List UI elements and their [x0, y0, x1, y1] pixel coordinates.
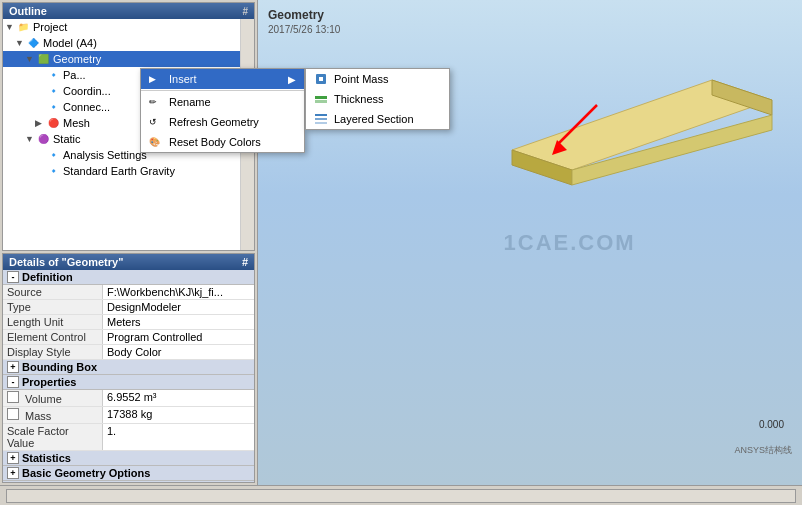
section-definition[interactable]: - Definition — [3, 270, 254, 285]
analysis-icon: 🔹 — [45, 148, 61, 162]
tree-arrow-project[interactable]: ▼ — [5, 22, 15, 32]
tree-label-connec: Connec... — [63, 101, 110, 113]
menu-label-rename: Rename — [169, 96, 211, 108]
prop-value-source[interactable]: F:\Workbench\KJ\kj_fi... — [103, 285, 254, 299]
menu-label-insert: Insert — [169, 73, 197, 85]
geometry-icon: 🟩 — [35, 52, 51, 66]
red-arrow-indicator — [547, 100, 607, 160]
context-menu: ▶ Insert ▶ ✏ Rename ↺ Refresh Geometry 🎨… — [140, 68, 305, 153]
tree-item-geometry[interactable]: ▼ 🟩 Geometry — [3, 51, 240, 67]
coordin-icon: 🔹 — [45, 84, 61, 98]
prop-value-display-style[interactable]: Body Color — [103, 345, 254, 359]
tree-label-coordin: Coordin... — [63, 85, 111, 97]
bottom-bar — [0, 485, 802, 505]
section-advanced-geo[interactable]: + Advanced Geometry Options — [3, 481, 254, 482]
prop-label-length-unit: Length Unit — [3, 315, 103, 329]
prop-scale-factor: Scale Factor Value 1. — [3, 424, 254, 451]
plate-3d-view — [502, 30, 782, 230]
prop-value-element-control[interactable]: Program Controlled — [103, 330, 254, 344]
section-basic-geo[interactable]: + Basic Geometry Options — [3, 466, 254, 481]
tree-label-analysis: Analysis Settings — [63, 149, 147, 161]
svg-rect-8 — [315, 96, 327, 99]
submenu-item-point-mass[interactable]: Point Mass — [306, 69, 449, 89]
menu-label-refresh: Refresh Geometry — [169, 116, 259, 128]
tree-label-model: Model (A4) — [43, 37, 97, 49]
menu-label-reset: Reset Body Colors — [169, 136, 261, 148]
submenu: Point Mass Thickness Layered Section — [305, 68, 450, 130]
svg-rect-7 — [319, 77, 323, 81]
viewport-title: Geometry — [268, 8, 324, 22]
section-toggle-definition[interactable]: - — [7, 271, 19, 283]
section-toggle-basic[interactable]: + — [7, 467, 19, 479]
menu-item-refresh[interactable]: ↺ Refresh Geometry — [141, 112, 304, 132]
details-table: - Definition Source F:\Workbench\KJ\kj_f… — [3, 270, 254, 482]
volume-checkbox[interactable] — [7, 391, 19, 403]
insert-submenu-arrow: ▶ — [288, 74, 296, 85]
prop-type: Type DesignModeler — [3, 300, 254, 315]
section-label-stats: Statistics — [22, 452, 71, 464]
tree-label-mesh: Mesh — [63, 117, 90, 129]
svg-rect-10 — [315, 114, 327, 116]
insert-icon: ▶ — [149, 72, 165, 86]
submenu-item-thickness[interactable]: Thickness — [306, 89, 449, 109]
prop-value-scale-factor[interactable]: 1. — [103, 424, 254, 450]
submenu-label-thickness: Thickness — [334, 93, 384, 105]
section-label-definition: Definition — [22, 271, 73, 283]
outline-pin[interactable]: # — [242, 6, 248, 17]
tree-label-geometry: Geometry — [53, 53, 101, 65]
tree-arrow-mesh[interactable]: ▶ — [35, 118, 45, 128]
prop-label-volume: Volume — [3, 390, 103, 406]
point-mass-icon — [314, 72, 330, 86]
submenu-label-layered: Layered Section — [334, 113, 414, 125]
prop-value-volume: 6.9552 m³ — [103, 390, 254, 406]
coord-label: 0.000 — [759, 419, 784, 430]
prop-label-source: Source — [3, 285, 103, 299]
section-statistics[interactable]: + Statistics — [3, 451, 254, 466]
prop-label-element-control: Element Control — [3, 330, 103, 344]
tree-arrow-model[interactable]: ▼ — [15, 38, 25, 48]
submenu-item-layered[interactable]: Layered Section — [306, 109, 449, 129]
thickness-icon — [314, 92, 330, 106]
tree-arrow-geometry[interactable]: ▼ — [25, 54, 35, 64]
tree-label-pa: Pa... — [63, 69, 86, 81]
prop-source: Source F:\Workbench\KJ\kj_fi... — [3, 285, 254, 300]
section-toggle-bb[interactable]: + — [7, 361, 19, 373]
tree-item-model[interactable]: ▼ 🔷 Model (A4) — [3, 35, 240, 51]
horizontal-scrollbar[interactable] — [6, 489, 796, 503]
menu-divider-1 — [141, 90, 304, 91]
svg-rect-12 — [315, 122, 327, 124]
prop-label-type: Type — [3, 300, 103, 314]
static-icon: 🟣 — [35, 132, 51, 146]
section-bounding-box[interactable]: + Bounding Box — [3, 360, 254, 375]
mesh-icon: 🔴 — [45, 116, 61, 130]
tree-arrow-static[interactable]: ▼ — [25, 134, 35, 144]
prop-label-scale-factor: Scale Factor Value — [3, 424, 103, 450]
prop-element-control: Element Control Program Controlled — [3, 330, 254, 345]
section-toggle-stats[interactable]: + — [7, 452, 19, 464]
details-panel-title: Details of "Geometry" # — [3, 254, 254, 270]
prop-value-type: DesignModeler — [103, 300, 254, 314]
menu-item-reset[interactable]: 🎨 Reset Body Colors — [141, 132, 304, 152]
refresh-icon: ↺ — [149, 115, 165, 129]
prop-display-style: Display Style Body Color — [3, 345, 254, 360]
model-icon: 🔷 — [25, 36, 41, 50]
tree-item-gravity[interactable]: ▶ 🔹 Standard Earth Gravity — [3, 163, 240, 179]
prop-length-unit: Length Unit Meters — [3, 315, 254, 330]
details-panel: Details of "Geometry" # - Definition Sou… — [2, 253, 255, 483]
mass-checkbox[interactable] — [7, 408, 19, 420]
section-properties[interactable]: - Properties — [3, 375, 254, 390]
section-toggle-props[interactable]: - — [7, 376, 19, 388]
menu-item-insert[interactable]: ▶ Insert ▶ — [141, 69, 304, 89]
submenu-label-point-mass: Point Mass — [334, 73, 388, 85]
prop-label-display-style: Display Style — [3, 345, 103, 359]
folder-icon: 📁 — [15, 20, 31, 34]
prop-value-mass: 17388 kg — [103, 407, 254, 423]
svg-rect-9 — [315, 100, 327, 103]
svg-rect-11 — [315, 118, 327, 120]
ansys-logo: ANSYS结构线 — [734, 444, 792, 457]
tree-item-project[interactable]: ▼ 📁 Project — [3, 19, 240, 35]
details-pin[interactable]: # — [242, 256, 248, 268]
menu-item-rename[interactable]: ✏ Rename — [141, 92, 304, 112]
prop-value-length-unit[interactable]: Meters — [103, 315, 254, 329]
layered-icon — [314, 112, 330, 126]
